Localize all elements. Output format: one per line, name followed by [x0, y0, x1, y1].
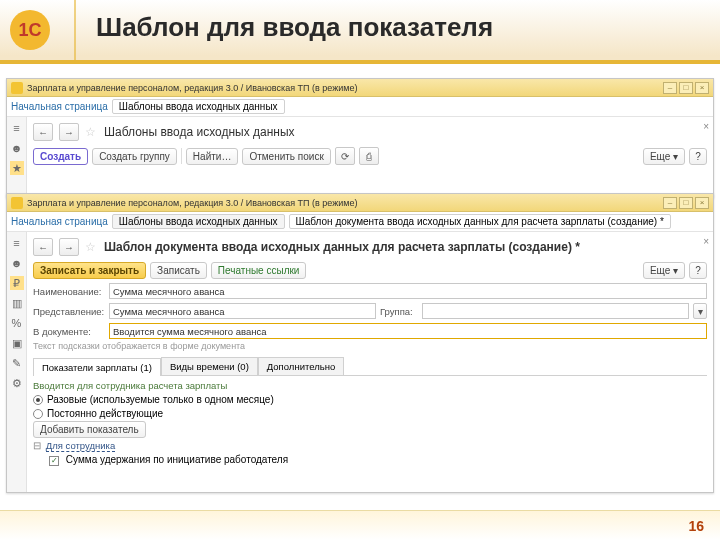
favorite-icon[interactable]: ☆ — [85, 125, 96, 139]
doc-icon[interactable]: ▥ — [10, 296, 24, 310]
indicator-label: Сумма удержания по инициативе работодате… — [66, 454, 288, 465]
titlebar: Зарплата и управление персоналом, редакц… — [7, 79, 713, 97]
svg-text:1С: 1С — [18, 20, 41, 40]
minimize-icon[interactable]: – — [663, 197, 677, 209]
slide-footer: 16 — [0, 510, 720, 540]
display-field[interactable]: Сумма месячного аванса — [109, 303, 376, 319]
page-close-icon[interactable]: × — [703, 236, 709, 247]
cancel-find-button[interactable]: Отменить поиск — [242, 148, 330, 165]
titlebar: Зарплата и управление персоналом, редакц… — [7, 194, 713, 212]
refresh-icon[interactable]: ⟳ — [335, 147, 355, 165]
maximize-icon[interactable]: □ — [679, 197, 693, 209]
collapse-icon[interactable]: ⊟ — [33, 440, 41, 451]
star-icon[interactable]: ★ — [10, 161, 24, 175]
save-button[interactable]: Записать — [150, 262, 207, 279]
page-heading: Шаблон документа ввода исходных данных д… — [104, 240, 580, 254]
favorite-icon[interactable]: ☆ — [85, 240, 96, 254]
nav-home[interactable]: Начальная страница — [11, 101, 108, 112]
display-label: Представление: — [33, 306, 105, 317]
save-close-button[interactable]: Записать и закрыть — [33, 262, 146, 279]
doc-field[interactable]: Вводится сумма месячного аванса — [109, 323, 707, 339]
tab-templates-list[interactable]: Шаблоны ввода исходных данных — [112, 214, 285, 229]
help-button[interactable]: ? — [689, 148, 707, 165]
app-icon — [11, 82, 23, 94]
sidebar: ≡ ☻ ₽ ▥ % ▣ ✎ ⚙ — [7, 232, 27, 492]
group-label: Группа: — [380, 306, 418, 317]
gear-icon[interactable]: ⚙ — [10, 376, 24, 390]
add-indicator-button[interactable]: Добавить показатель — [33, 421, 146, 438]
back-button[interactable]: ← — [33, 238, 53, 256]
tab-additional[interactable]: Дополнительно — [258, 357, 344, 375]
page-heading: Шаблоны ввода исходных данных — [104, 125, 295, 139]
wrench-icon[interactable]: ✎ — [10, 356, 24, 370]
create-group-button[interactable]: Создать группу — [92, 148, 177, 165]
create-button[interactable]: Создать — [33, 148, 88, 165]
page-close-icon[interactable]: × — [703, 121, 709, 132]
menu-icon[interactable]: ≡ — [10, 121, 24, 135]
print-icon[interactable]: ⎙ — [359, 147, 379, 165]
forward-button[interactable]: → — [59, 238, 79, 256]
print-links-button[interactable]: Печатные ссылки — [211, 262, 307, 279]
menu-icon[interactable]: ≡ — [10, 236, 24, 250]
nav-home[interactable]: Начальная страница — [11, 216, 108, 227]
percent-icon[interactable]: % — [10, 316, 24, 330]
doc-label: В документе: — [33, 326, 105, 337]
section-heading: Вводится для сотрудника расчета зарплаты — [33, 380, 707, 391]
for-employee-heading[interactable]: Для сотрудника — [46, 440, 115, 452]
logo-1c: 1С — [6, 6, 54, 54]
help-button[interactable]: ? — [689, 262, 707, 279]
app-icon — [11, 197, 23, 209]
group-picker-icon[interactable]: ▾ — [693, 303, 707, 319]
user-icon[interactable]: ☻ — [10, 141, 24, 155]
maximize-icon[interactable]: □ — [679, 82, 693, 94]
minimize-icon[interactable]: – — [663, 82, 677, 94]
hint-text: Текст подсказки отображается в форме док… — [33, 341, 707, 351]
close-icon[interactable]: × — [695, 197, 709, 209]
radio-permanent[interactable] — [33, 409, 43, 419]
name-field[interactable]: Сумма месячного аванса — [109, 283, 707, 299]
back-button[interactable]: ← — [33, 123, 53, 141]
tab-template-create[interactable]: Шаблон документа ввода исходных данных д… — [289, 214, 671, 229]
tab-indicators[interactable]: Показатели зарплаты (1) — [33, 358, 161, 376]
window-title: Зарплата и управление персоналом, редакц… — [27, 83, 663, 93]
slide-title: Шаблон для ввода показателя — [96, 12, 493, 43]
radio-once-label: Разовые (используемые только в одном мес… — [47, 394, 274, 405]
more-button[interactable]: Еще ▾ — [643, 262, 685, 279]
person-icon[interactable]: ☻ — [10, 256, 24, 270]
tab-time-kinds[interactable]: Виды времени (0) — [161, 357, 258, 375]
find-button[interactable]: Найти… — [186, 148, 239, 165]
window-template-editor: Зарплата и управление персоналом, редакц… — [6, 193, 714, 493]
radio-once[interactable] — [33, 395, 43, 405]
close-icon[interactable]: × — [695, 82, 709, 94]
more-button[interactable]: Еще ▾ — [643, 148, 685, 165]
tab-templates[interactable]: Шаблоны ввода исходных данных — [112, 99, 285, 114]
money-icon[interactable]: ₽ — [10, 276, 24, 290]
name-label: Наименование: — [33, 286, 105, 297]
sidebar: ≡ ☻ ★ — [7, 117, 27, 197]
radio-permanent-label: Постоянно действующие — [47, 408, 163, 419]
page-number: 16 — [688, 518, 704, 534]
case-icon[interactable]: ▣ — [10, 336, 24, 350]
window-templates-list: Зарплата и управление персоналом, редакц… — [6, 78, 714, 198]
forward-button[interactable]: → — [59, 123, 79, 141]
window-title: Зарплата и управление персоналом, редакц… — [27, 198, 663, 208]
group-field[interactable] — [422, 303, 689, 319]
indicator-checkbox[interactable] — [49, 456, 59, 466]
